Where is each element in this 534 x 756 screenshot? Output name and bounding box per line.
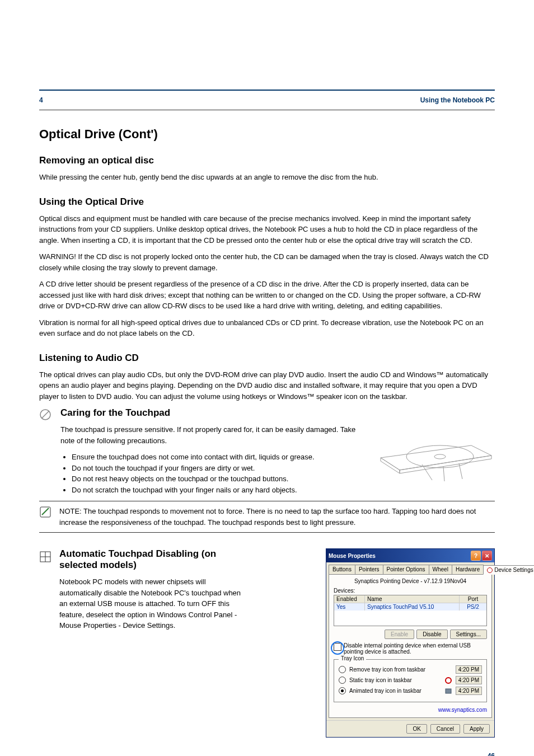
disable-internal-label: Disable internal pointing device when ex… [344,642,487,655]
svg-rect-15 [446,689,451,693]
radio-label: Static tray icon in taskbar [349,677,412,683]
touchpad-option-icon [39,551,51,565]
help-button[interactable]: ? [471,551,481,561]
devices-label: Devices: [334,588,487,594]
radio-static-tray[interactable] [339,677,346,684]
col-name: Name [365,595,460,603]
cell-name: Synaptics TouchPad V5.10 [365,603,460,611]
synaptics-link[interactable]: www.synaptics.com [438,707,487,713]
note-text: NOTE: The touchpad responds to movement … [59,506,495,528]
tab-strip: Buttons Pointers Pointer Options Wheel H… [326,562,494,574]
time-badge: 4:20 PM [456,687,482,695]
audio-text: The optical drives can play audio CDs, b… [39,369,495,402]
header-rule [39,110,495,110]
tab-panel: Synaptics Pointing Device - v7.12.9 19No… [329,574,492,718]
col-port: Port [460,595,486,603]
tray-preview-empty-icon [444,666,452,674]
svg-point-5 [406,445,474,468]
tray-preview-static-icon [444,677,452,684]
driver-version: Synaptics Pointing Device - v7.12.9 19No… [334,578,487,584]
caring-heading: Caring for the Touchpad [60,407,495,419]
col-enabled: Enabled [334,595,365,603]
page-header: 4 Using the Notebook PC [39,96,495,107]
page-title: Optical Drive (Cont') [39,127,495,142]
svg-marker-3 [381,458,400,473]
devices-list[interactable]: Enabled Name Port Yes Synaptics TouchPad… [334,595,487,626]
audio-heading: Listening to Audio CD [39,353,495,364]
svg-marker-4 [400,456,491,473]
radio-remove-tray[interactable] [339,666,346,673]
forbidden-icon [39,408,51,423]
cell-enabled: Yes [334,603,365,611]
section-number: 4 [39,96,43,104]
svg-line-1 [42,411,49,418]
tab-label: Device Settings [494,567,533,573]
tab-buttons[interactable]: Buttons [329,565,355,574]
cancel-button[interactable]: Cancel [430,724,460,734]
auto-disable-heading: Automatic Touchpad Disabling (on selecte… [59,548,250,571]
svg-point-14 [446,678,451,683]
synaptics-icon [487,567,493,573]
mouse-properties-dialog: Mouse Properties ? ✕ Buttons Pointers Po… [326,548,495,738]
ok-button[interactable]: OK [406,724,427,734]
radio-animated-tray[interactable] [339,687,346,694]
dialog-titlebar: Mouse Properties ? ✕ [326,549,494,562]
device-row[interactable]: Yes Synaptics TouchPad V5.10 PS/2 [334,603,486,611]
time-badge: 4:20 PM [456,676,482,684]
svg-point-6 [434,454,446,459]
using-heading: Using the Optical Drive [39,196,495,208]
tab-wheel[interactable]: Wheel [429,565,452,574]
vibration-text: Vibration is normal for all high-speed o… [39,317,495,339]
enable-button: Enable [385,630,414,639]
disc-tray-illustration [377,426,495,482]
page-number: 46 [488,752,495,756]
disable-internal-checkbox[interactable] [334,643,341,651]
settings-button[interactable]: Settings... [450,630,487,639]
tray-icon-group: Tray Icon Remove tray icon from taskbar … [334,659,487,702]
tab-device-settings[interactable]: Device Settings [483,565,534,575]
close-button[interactable]: ✕ [482,551,492,561]
removing-text: While pressing the center hub, gently be… [39,172,495,183]
tray-preview-animated-icon [444,687,452,695]
removing-heading: Removing an optical disc [39,155,495,166]
top-rule [39,90,495,91]
radio-label: Animated tray icon in taskbar [349,688,421,694]
caring-bullet: Do not scratch the touchpad with your fi… [72,485,495,496]
svg-line-8 [443,467,444,481]
section-title: Using the Notebook PC [420,96,495,104]
dialog-title: Mouse Properties [329,553,470,559]
note-icon [39,506,51,520]
tab-pointer-options[interactable]: Pointer Options [383,565,429,574]
radio-label: Remove tray icon from taskbar [349,666,425,673]
time-badge: 4:20 PM [456,665,482,674]
svg-marker-2 [381,445,491,470]
disable-button[interactable]: Disable [416,630,447,639]
tray-icon-title: Tray Icon [339,655,366,661]
auto-disable-text: Notebook PC models with newer chipsets w… [59,576,250,631]
drive-letter-text: A CD drive letter should be present rega… [39,279,495,312]
tab-hardware[interactable]: Hardware [452,565,484,574]
using-text: Optical discs and equipment must be hand… [39,213,495,246]
warning-text: WARNING! If the CD disc is not properly … [39,251,495,273]
tab-pointers[interactable]: Pointers [355,565,383,574]
apply-button[interactable]: Apply [463,724,490,734]
cell-port: PS/2 [460,603,486,611]
